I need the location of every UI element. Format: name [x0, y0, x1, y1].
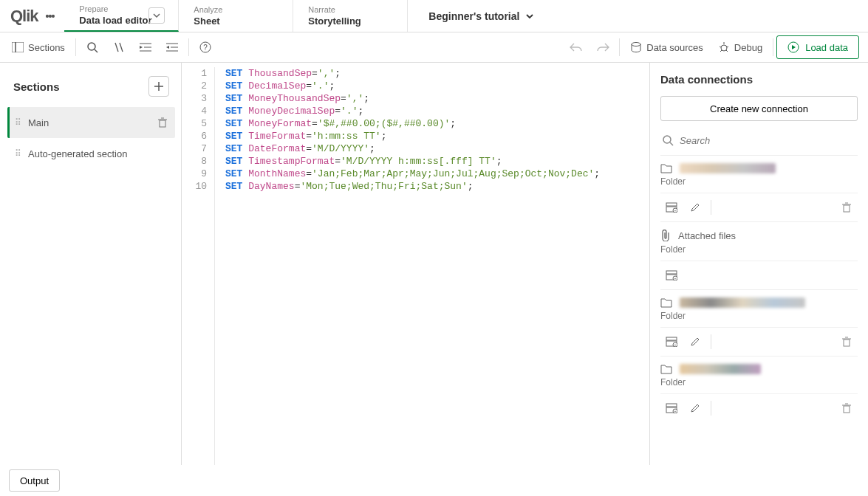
connection-item: Folder+ [660, 155, 858, 221]
search-input[interactable] [680, 135, 856, 146]
connection-type: Folder [660, 244, 858, 255]
separator [75, 38, 76, 56]
svg-line-28 [670, 142, 673, 145]
edit-icon[interactable] [684, 198, 706, 217]
section-label: Main [28, 117, 49, 128]
sections-panel: Sections ⠿ Main ⠿ Auto-generated section [0, 63, 182, 465]
drag-icon[interactable]: ⠿ [15, 117, 21, 128]
help-icon[interactable]: ? [192, 35, 219, 59]
svg-rect-29 [666, 203, 677, 206]
select-data-icon[interactable]: + [660, 266, 683, 285]
drag-icon[interactable]: ⠿ [15, 148, 21, 159]
connections-panel: Data connections Create new connection F… [650, 63, 868, 465]
toolbar: Sections ? Data sources Debug Load data [0, 32, 868, 63]
svg-point-15 [721, 45, 727, 51]
separator [619, 38, 620, 56]
add-section-button[interactable] [148, 76, 169, 97]
svg-rect-0 [12, 42, 16, 52]
main: Sections ⠿ Main ⠿ Auto-generated section… [0, 63, 868, 465]
connection-item: Attached filesFolder+ [660, 221, 858, 289]
svg-text:+: + [674, 208, 677, 213]
select-data-icon[interactable]: + [660, 198, 683, 217]
svg-rect-44 [844, 340, 850, 346]
chevron-down-icon[interactable] [148, 7, 165, 24]
output-button[interactable]: Output [9, 469, 60, 492]
connection-type: Folder [660, 176, 858, 187]
comment-icon[interactable] [106, 35, 132, 59]
logo-text: Qlik [10, 7, 38, 26]
search-icon[interactable] [79, 35, 106, 59]
connection-type: Folder [660, 311, 858, 321]
logo: Qlik ••• [0, 0, 64, 32]
data-sources-button[interactable]: Data sources [623, 35, 711, 59]
section-label: Auto-generated section [28, 148, 127, 159]
connection-header[interactable] [660, 364, 858, 374]
section-item-main[interactable]: ⠿ Main [7, 107, 175, 138]
nav-narrate[interactable]: Narrate Storytelling [293, 0, 408, 32]
app-title-text: Beginner's tutorial [428, 10, 519, 22]
svg-rect-47 [666, 404, 677, 407]
connection-item: Folder+ [660, 289, 858, 356]
edit-icon[interactable] [684, 399, 706, 418]
more-icon[interactable]: ••• [46, 10, 55, 22]
svg-line-4 [115, 43, 118, 52]
indent-icon[interactable] [132, 35, 159, 59]
delete-icon[interactable] [835, 399, 858, 418]
connection-header[interactable] [660, 297, 858, 308]
connection-header[interactable]: Attached files [660, 230, 858, 241]
svg-line-3 [95, 49, 98, 52]
connection-type: Folder [660, 377, 858, 388]
nav-analyze[interactable]: Analyze Sheet [179, 0, 293, 32]
code-editor[interactable]: 12345678910 SET ThousandSep=',';SET Deci… [182, 63, 650, 465]
folder-icon [660, 364, 672, 374]
connection-name-redacted [680, 364, 761, 374]
separator [773, 38, 773, 56]
connections-title: Data connections [660, 73, 858, 86]
connection-actions: + [660, 193, 858, 217]
connection-name-redacted [680, 297, 805, 308]
svg-rect-40 [666, 337, 677, 340]
create-connection-button[interactable]: Create new connection [660, 96, 858, 121]
select-data-icon[interactable]: + [660, 332, 683, 351]
svg-line-20 [726, 50, 728, 52]
connection-name-redacted [680, 163, 776, 173]
delete-icon[interactable] [835, 332, 858, 351]
nav-prepare[interactable]: Prepare Data load editor [64, 0, 179, 32]
connection-actions: + [660, 327, 858, 351]
svg-text:+: + [674, 409, 677, 413]
svg-rect-33 [844, 205, 850, 212]
connection-actions: + [660, 261, 858, 285]
sections-title: Sections [13, 80, 60, 93]
nav-sub-label: Narrate [308, 5, 392, 14]
debug-label: Debug [734, 42, 762, 53]
svg-text:?: ? [203, 44, 208, 52]
select-data-icon[interactable]: + [660, 399, 683, 418]
connection-name: Attached files [678, 230, 736, 241]
undo-icon[interactable] [563, 35, 590, 59]
svg-point-27 [663, 136, 671, 143]
app-title[interactable]: Beginner's tutorial [408, 0, 555, 32]
outdent-icon[interactable] [159, 35, 185, 59]
attachment-icon [660, 230, 671, 241]
nav-main-label: Sheet [194, 16, 278, 27]
connection-header[interactable] [660, 163, 858, 173]
svg-line-18 [727, 46, 728, 47]
nav-sub-label: Analyze [194, 5, 278, 14]
edit-icon[interactable] [684, 332, 706, 351]
section-item-auto[interactable]: ⠿ Auto-generated section [7, 138, 175, 169]
nav-main-label: Storytelling [308, 16, 392, 27]
redo-icon[interactable] [590, 35, 616, 59]
load-data-button[interactable]: Load data [776, 35, 859, 59]
connection-actions: + [660, 393, 858, 418]
code-content[interactable]: SET ThousandSep=',';SET DecimalSep='.';S… [215, 67, 600, 465]
delete-icon[interactable] [835, 198, 858, 217]
folder-icon [660, 297, 672, 308]
svg-rect-1 [16, 42, 24, 52]
connections-search[interactable] [660, 131, 858, 149]
load-label: Load data [805, 42, 848, 53]
delete-icon[interactable] [157, 117, 168, 128]
sections-label: Sections [28, 42, 65, 53]
debug-button[interactable]: Debug [711, 35, 770, 59]
sections-toggle[interactable]: Sections [4, 35, 72, 59]
svg-line-17 [720, 46, 721, 47]
